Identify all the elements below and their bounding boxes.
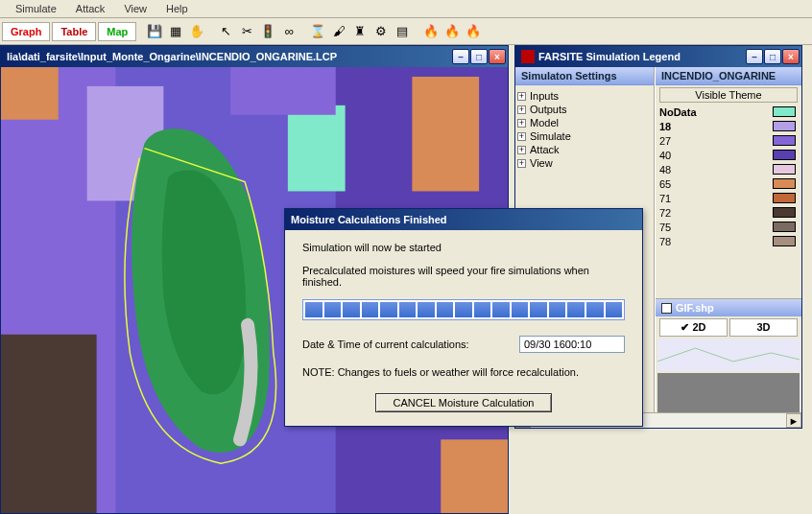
dialog-title: Moisture Calculations Finished bbox=[291, 214, 640, 225]
theme-row[interactable]: 40 bbox=[656, 148, 801, 162]
tool-link-icon[interactable]: ∞ bbox=[278, 21, 299, 42]
progress-segment bbox=[399, 302, 417, 317]
tool-brush-icon[interactable]: 🖌 bbox=[328, 21, 349, 42]
progress-segment bbox=[492, 302, 510, 317]
theme-row[interactable]: 72 bbox=[656, 205, 801, 220]
theme-row[interactable]: 48 bbox=[656, 162, 801, 176]
theme-swatch bbox=[773, 150, 796, 160]
map-minimize-button[interactable]: – bbox=[452, 49, 469, 64]
tool-gear-icon[interactable]: ⚙ bbox=[370, 21, 392, 42]
legend-title: FARSITE Simulation Legend bbox=[538, 51, 746, 62]
expand-icon[interactable]: + bbox=[517, 105, 526, 114]
theme-swatch bbox=[773, 106, 796, 117]
map-maximize-button[interactable]: □ bbox=[470, 49, 488, 64]
legend-close-button[interactable]: × bbox=[782, 49, 800, 64]
expand-icon[interactable]: + bbox=[517, 146, 526, 154]
legend-minimize-button[interactable]: – bbox=[746, 49, 763, 64]
theme-row[interactable]: 27 bbox=[656, 133, 801, 148]
datetime-label: Date & Time of current calculations: bbox=[302, 339, 519, 350]
svg-rect-9 bbox=[441, 439, 508, 513]
theme-row[interactable]: 65 bbox=[656, 176, 801, 191]
tree-attack[interactable]: +Attack bbox=[517, 143, 652, 156]
theme-label: 71 bbox=[659, 193, 671, 204]
menu-view[interactable]: View bbox=[116, 1, 155, 16]
tool-stoplight-icon[interactable]: 🚦 bbox=[257, 21, 278, 42]
tree-simulate[interactable]: +Simulate bbox=[517, 129, 652, 143]
progress-bar bbox=[302, 299, 625, 320]
progress-segment bbox=[606, 302, 623, 317]
theme-swatch bbox=[773, 236, 796, 246]
progress-segment bbox=[305, 302, 322, 317]
tab-map[interactable]: Map bbox=[98, 22, 136, 41]
svg-rect-4 bbox=[1, 335, 97, 513]
theme-row[interactable]: NoData bbox=[656, 105, 801, 119]
menu-help[interactable]: Help bbox=[158, 1, 196, 16]
tool-doc-icon[interactable]: ▤ bbox=[392, 21, 413, 42]
theme-row[interactable]: 18 bbox=[656, 119, 801, 133]
tool-save-icon[interactable]: 💾 bbox=[144, 21, 165, 42]
theme-swatch bbox=[773, 207, 796, 218]
tab-graph[interactable]: Graph bbox=[2, 22, 50, 41]
theme-row[interactable]: 78 bbox=[656, 234, 801, 248]
expand-icon[interactable]: + bbox=[517, 159, 526, 168]
tool-fire2-icon[interactable]: 🔥 bbox=[442, 21, 463, 42]
toolbar: Graph Table Map 💾 ▦ ✋ ↖ ✂ 🚦 ∞ ⌛ 🖌 ♜ ⚙ ▤ … bbox=[0, 18, 812, 45]
expand-icon[interactable]: + bbox=[517, 119, 526, 128]
visible-theme-header: Visible Theme bbox=[659, 87, 798, 103]
svg-rect-5 bbox=[288, 105, 346, 192]
tree-inputs[interactable]: +Inputs bbox=[517, 89, 652, 103]
menu-bar: Simulate Attack View Help bbox=[0, 0, 812, 18]
progress-segment bbox=[343, 302, 360, 317]
progress-segment bbox=[530, 302, 547, 317]
legend-titlebar: FARSITE Simulation Legend – □ × bbox=[515, 46, 801, 67]
theme-label: 27 bbox=[659, 135, 671, 147]
theme-label: NoData bbox=[659, 106, 697, 118]
tree-outputs[interactable]: +Outputs bbox=[517, 103, 652, 116]
progress-segment bbox=[549, 302, 566, 317]
theme-swatch bbox=[773, 193, 796, 203]
menu-simulate[interactable]: Simulate bbox=[8, 1, 64, 16]
legend-app-icon bbox=[521, 50, 535, 63]
workspace: lia\dati_farsite\Input_Monte_Ongarine\IN… bbox=[0, 45, 812, 514]
expand-icon[interactable]: + bbox=[517, 132, 526, 141]
theme-swatch bbox=[773, 222, 796, 232]
tool-cut-icon[interactable]: ✂ bbox=[236, 21, 257, 42]
tool-fire3-icon[interactable]: 🔥 bbox=[463, 21, 484, 42]
progress-segment bbox=[586, 302, 604, 317]
scroll-right-icon[interactable]: ► bbox=[786, 413, 801, 428]
gif-checkbox[interactable] bbox=[661, 303, 672, 314]
progress-segment bbox=[324, 302, 342, 317]
progress-segment bbox=[567, 302, 585, 317]
dim-3d-button[interactable]: 3D bbox=[729, 318, 798, 337]
theme-panel: INCENDIO_ONGARINE Visible Theme NoData18… bbox=[655, 67, 801, 428]
tree-model[interactable]: +Model bbox=[517, 116, 652, 129]
expand-icon[interactable]: + bbox=[517, 92, 526, 101]
theme-label: 40 bbox=[659, 150, 671, 161]
map-titlebar: lia\dati_farsite\Input_Monte_Ongarine\IN… bbox=[1, 46, 508, 67]
tool-hourglass-icon[interactable]: ⌛ bbox=[307, 21, 328, 42]
tool-grid-icon[interactable]: ▦ bbox=[165, 21, 186, 42]
progress-segment bbox=[455, 302, 472, 317]
theme-row[interactable]: 75 bbox=[656, 220, 801, 234]
menu-attack[interactable]: Attack bbox=[68, 1, 113, 16]
cancel-moisture-button[interactable]: CANCEL Moisture Calculation bbox=[375, 393, 553, 412]
tool-pointer-icon[interactable]: ↖ bbox=[215, 21, 236, 42]
dim-2d-button[interactable]: 2D bbox=[659, 318, 728, 337]
tab-table[interactable]: Table bbox=[52, 22, 96, 41]
progress-segment bbox=[437, 302, 454, 317]
dialog-titlebar: Moisture Calculations Finished bbox=[285, 209, 642, 230]
map-close-button[interactable]: × bbox=[489, 49, 506, 64]
svg-rect-7 bbox=[1, 67, 59, 120]
tool-fire1-icon[interactable]: 🔥 bbox=[420, 21, 442, 42]
dialog-line1: Simulation will now be started bbox=[302, 242, 625, 253]
tool-tower-icon[interactable]: ♜ bbox=[349, 21, 370, 42]
tool-hand-icon[interactable]: ✋ bbox=[186, 21, 207, 42]
gif-label: GIF.shp bbox=[676, 302, 714, 314]
theme-label: 75 bbox=[659, 222, 671, 233]
dialog-note: NOTE: Changes to fuels or weather will f… bbox=[302, 366, 625, 378]
theme-row[interactable]: 71 bbox=[656, 191, 801, 205]
legend-maximize-button[interactable]: □ bbox=[764, 49, 781, 64]
theme-list: Visible Theme NoData182740486571727578 bbox=[656, 85, 801, 298]
theme-header: INCENDIO_ONGARINE bbox=[656, 67, 801, 85]
tree-view[interactable]: +View bbox=[517, 156, 652, 170]
